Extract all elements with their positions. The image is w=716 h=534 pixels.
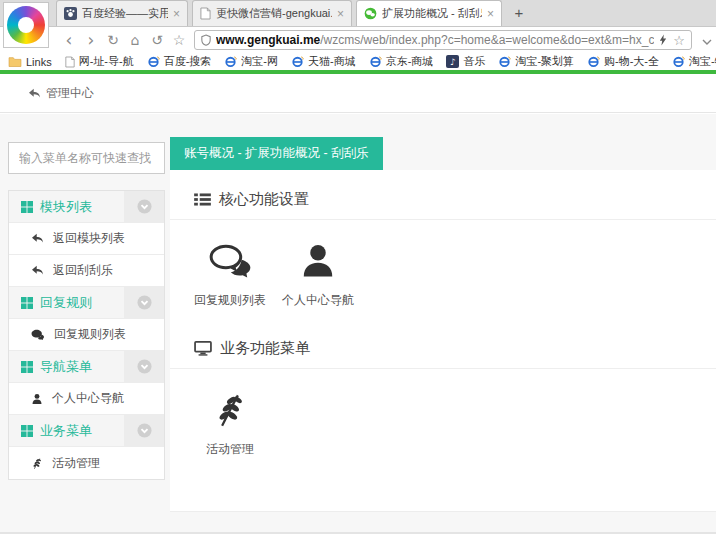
bookmark-item[interactable]: 网-址-导-航	[65, 54, 134, 69]
url-dropdown-icon[interactable]	[698, 31, 716, 49]
menu-search-input[interactable]	[8, 142, 165, 174]
page-icon	[65, 56, 75, 68]
desktop-icon	[194, 341, 212, 356]
bookmark-label: 淘宝-特卖	[689, 54, 716, 69]
sidebar-item-return-guaguale[interactable]: 返回刮刮乐	[9, 255, 164, 287]
active-breadcrumb-tab[interactable]: 账号概况 - 扩展功能概况 - 刮刮乐	[170, 137, 383, 170]
module-activity-management[interactable]: 活动管理	[190, 385, 270, 458]
bookmark-links-folder[interactable]: Links	[8, 56, 52, 68]
favorites-star-icon[interactable]: ☆	[168, 32, 190, 48]
sidebar-item-label: 返回刮刮乐	[53, 262, 113, 279]
home-icon[interactable]: ⌂	[124, 32, 146, 48]
module-label: 回复规则列表	[194, 292, 266, 309]
reload-icon[interactable]: ↻	[102, 32, 124, 48]
sidebar-section-label: 模块列表	[40, 198, 92, 216]
sidebar-section-reply-rules[interactable]: 回复规则	[9, 287, 164, 319]
sidebar-item-label: 返回模块列表	[53, 230, 125, 247]
content-panel: 核心功能设置 回复规则列表 个人中心导航	[170, 170, 716, 512]
page-body: 模块列表 返回模块列表 返回刮刮乐	[0, 114, 716, 534]
bookmark-label: 网-址-导-航	[79, 54, 134, 69]
chevron-down-circle-icon[interactable]	[124, 191, 164, 222]
lightning-icon[interactable]	[659, 34, 667, 46]
bookmark-item[interactable]: 购-物-大-全	[587, 54, 659, 69]
comments-icon	[208, 242, 252, 280]
user-icon	[31, 393, 43, 405]
undo-icon[interactable]: ↺	[146, 32, 168, 48]
ie-icon	[369, 55, 382, 68]
bookmark-item[interactable]: 淘宝-特卖	[672, 54, 716, 69]
chevron-down-circle-icon[interactable]	[124, 415, 164, 446]
sidebar-section-label: 业务菜单	[40, 422, 92, 440]
section-title: 核心功能设置	[170, 170, 716, 219]
sidebar-section-label: 回复规则	[40, 294, 92, 312]
bookmark-item[interactable]: 京东-商城	[369, 54, 434, 69]
section-title-text: 核心功能设置	[219, 190, 309, 209]
forward-icon[interactable]: ›	[80, 30, 102, 50]
section-title: 业务功能菜单	[170, 319, 716, 368]
ie-icon	[498, 55, 511, 68]
chevron-down-circle-icon[interactable]	[124, 351, 164, 382]
ie-icon	[672, 55, 685, 68]
music-icon: ♪	[446, 55, 459, 68]
bookmark-star-icon[interactable]: ☆	[673, 33, 685, 48]
url-text: www.gengkuai.me/wzcms/web/index.php?c=ho…	[216, 33, 654, 47]
sidebar-item-reply-rule-list[interactable]: 回复规则列表	[9, 319, 164, 351]
sidebar-section-business-menu[interactable]: 业务菜单	[9, 415, 164, 447]
bookmark-item[interactable]: 天猫-商城	[291, 54, 356, 69]
ie-icon	[224, 55, 237, 68]
page-icon	[200, 7, 211, 20]
tab-title: 百度经验——实用生活指南	[82, 6, 168, 21]
bookmark-item[interactable]: 百度-搜索	[147, 54, 212, 69]
reply-icon	[31, 233, 44, 244]
sidebar-section-nav-menu[interactable]: 导航菜单	[9, 351, 164, 383]
grid-icon	[21, 361, 33, 373]
pagelines-icon	[31, 457, 43, 470]
bookmark-label: 购-物-大-全	[604, 54, 659, 69]
section-business-functions: 业务功能菜单 活动管理	[170, 319, 716, 468]
comments-icon	[31, 329, 45, 341]
tab-gengkuai-home[interactable]: 更快微信营销-gengkuai.m ×	[192, 0, 352, 26]
module-label: 活动管理	[206, 441, 254, 458]
sidebar-item-activity-management[interactable]: 活动管理	[9, 447, 164, 479]
bookmark-item[interactable]: ♪ 音乐	[446, 54, 485, 69]
new-tab-button[interactable]: +	[506, 2, 532, 24]
browser-logo[interactable]	[3, 2, 49, 48]
browser-window: 百度经验——实用生活指南 × 更快微信营销-gengkuai.m × 扩展功能概…	[0, 0, 716, 534]
tab-extension-overview[interactable]: 扩展功能概况 - 刮刮乐 - 更 ×	[356, 0, 502, 26]
tab-title: 扩展功能概况 - 刮刮乐 - 更	[382, 6, 482, 21]
close-icon[interactable]: ×	[487, 8, 494, 20]
sidebar-section-module-list[interactable]: 模块列表	[9, 191, 164, 223]
close-icon[interactable]: ×	[337, 8, 344, 20]
module-grid: 回复规则列表 个人中心导航	[170, 220, 716, 319]
pagelines-icon	[212, 391, 248, 429]
ie-icon	[147, 55, 160, 68]
chevron-down-circle-icon[interactable]	[124, 287, 164, 318]
module-personal-center-nav[interactable]: 个人中心导航	[278, 236, 358, 309]
back-icon[interactable]: ‹	[58, 30, 80, 50]
ie-icon	[291, 55, 304, 68]
page-header: 管理中心	[0, 74, 716, 113]
section-core-functions: 核心功能设置 回复规则列表 个人中心导航	[170, 170, 716, 319]
reply-icon	[31, 265, 44, 276]
bookmark-item[interactable]: 淘宝-聚划算	[498, 54, 574, 69]
list-icon	[194, 193, 211, 206]
module-label: 个人中心导航	[282, 292, 354, 309]
page-title: 管理中心	[46, 85, 94, 102]
url-field[interactable]: www.gengkuai.me/wzcms/web/index.php?c=ho…	[194, 30, 692, 50]
section-title-text: 业务功能菜单	[220, 339, 310, 358]
sidebar-item-return-module-list[interactable]: 返回模块列表	[9, 223, 164, 255]
bookmark-label: Links	[26, 56, 52, 68]
shield-icon	[201, 34, 211, 46]
sidebar-menu: 模块列表 返回模块列表 返回刮刮乐	[8, 190, 165, 480]
bookmark-item[interactable]: 淘宝-网	[224, 54, 278, 69]
grid-icon	[21, 425, 33, 437]
user-icon	[299, 242, 337, 280]
tab-title: 更快微信营销-gengkuai.m	[216, 6, 332, 21]
close-icon[interactable]: ×	[173, 8, 180, 20]
pinwheel-logo-icon	[7, 6, 45, 44]
module-reply-rule-list[interactable]: 回复规则列表	[190, 236, 270, 309]
url-path: /wzcms/web/index.php?c=home&a=welcome&do…	[320, 33, 654, 47]
ie-icon	[587, 55, 600, 68]
sidebar-item-personal-center-nav[interactable]: 个人中心导航	[9, 383, 164, 415]
tab-baidu-jingyan[interactable]: 百度经验——实用生活指南 ×	[56, 0, 188, 26]
